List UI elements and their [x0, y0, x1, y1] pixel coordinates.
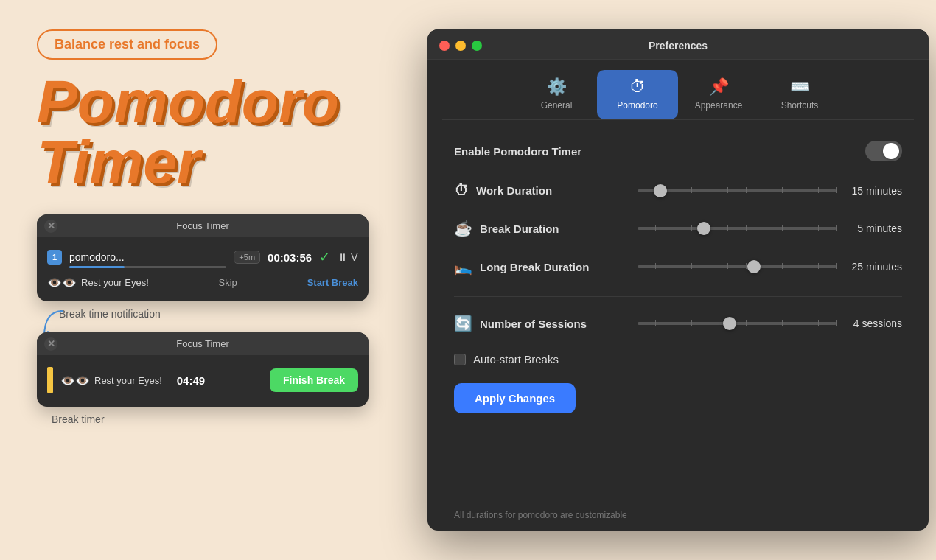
annotation-text-2: Break timer	[52, 413, 105, 425]
app-title: Pomodoro Timer	[37, 71, 376, 192]
prefs-footer: All durations for pomodoro are customiza…	[427, 504, 929, 531]
sessions-slider-container: 4 sessions	[587, 318, 902, 329]
tab-pomodoro[interactable]: ⏱ Pomodoro	[597, 70, 678, 119]
sessions-label: 🔄 Number of Sessions	[454, 315, 587, 332]
break-duration-slider[interactable]	[638, 227, 837, 230]
sessions-value: 4 sessions	[847, 318, 902, 329]
long-break-duration-row: 🛌 Long Break Duration 25 minutes	[454, 258, 902, 276]
finish-break-button[interactable]: Finish Break	[270, 368, 358, 392]
apply-changes-button[interactable]: Apply Changes	[454, 383, 576, 413]
work-duration-thumb[interactable]	[654, 184, 667, 197]
sessions-slider[interactable]	[638, 322, 837, 325]
sessions-row: 🔄 Number of Sessions 4 sessions	[454, 315, 902, 332]
check-icon: ✓	[319, 249, 330, 265]
break-label-2: 👁️👁️ Rest your Eyes!	[60, 374, 162, 388]
annotation-1: Break time notification	[52, 307, 376, 321]
general-tab-label: General	[541, 100, 573, 111]
mini-window-2-close-icon[interactable]: ✕	[44, 337, 57, 351]
break-label-text-2: Rest your Eyes!	[94, 375, 162, 386]
break-duration-icon: ☕	[454, 220, 472, 237]
mini-window-1: ✕ Focus Timer 1 pomodoro... +5m 00:03:56…	[37, 214, 369, 301]
start-break-button[interactable]: Start Break	[307, 277, 358, 288]
break-duration-row: ☕ Break Duration 5 minutes	[454, 220, 902, 237]
tab-shortcuts[interactable]: ⌨️ Shortcuts	[759, 70, 840, 119]
mini-window-1-title: Focus Timer	[176, 220, 229, 231]
traffic-light-green[interactable]	[472, 41, 482, 51]
appearance-tab-label: Appearance	[695, 100, 743, 111]
work-duration-text: Work Duration	[476, 184, 552, 197]
timer-row: 1 pomodoro... +5m 00:03:56 ✓ ⏸ ᐯ	[47, 245, 358, 270]
appearance-tab-icon: 📌	[709, 77, 729, 97]
break-label-text-1: Rest your Eyes!	[81, 277, 149, 288]
slider-ticks-long	[638, 265, 837, 268]
long-break-duration-slider[interactable]	[638, 265, 837, 268]
tagline-badge: Balance rest and focus	[37, 29, 217, 60]
skip-button[interactable]: Skip	[219, 277, 237, 288]
footer-note-text: All durations for pomodoro are customiza…	[454, 510, 627, 520]
traffic-light-yellow[interactable]	[455, 41, 466, 51]
traffic-light-red[interactable]	[439, 41, 450, 51]
auto-start-label: Auto-start Breaks	[473, 353, 559, 365]
break-notification-row: 👁️👁️ Rest your Eyes! Skip Start Break	[47, 270, 358, 293]
preferences-window: Preferences ⚙️ General ⏱ Pomodoro 📌 Appe…	[427, 29, 929, 531]
break-label-1: 👁️👁️ Rest your Eyes!	[47, 276, 149, 290]
pause-icon[interactable]: ⏸ ᐯ	[338, 251, 358, 263]
slider-ticks-work	[638, 189, 837, 192]
work-duration-row: ⏱ Work Duration 15 minutes	[454, 182, 902, 199]
enable-pomodoro-label: Enable Pomodoro Timer	[454, 145, 581, 158]
mini-window-1-close-icon[interactable]: ✕	[44, 220, 57, 233]
tab-general[interactable]: ⚙️ General	[516, 70, 597, 119]
work-duration-slider[interactable]	[638, 189, 837, 192]
title-line2: Timer	[37, 128, 200, 195]
left-panel: Balance rest and focus Pomodoro Timer ✕ …	[0, 0, 413, 560]
prefs-titlebar: Preferences	[427, 29, 929, 60]
long-break-icon: 🛌	[454, 258, 472, 276]
progress-bar-bg	[69, 266, 226, 268]
timer-progress-container: pomodoro...	[69, 251, 226, 264]
auto-start-checkbox[interactable]	[454, 354, 466, 365]
annotation-text-1: Break time notification	[59, 308, 161, 320]
break-time-display: 04:49	[177, 374, 205, 387]
section-divider	[454, 296, 902, 297]
sessions-thumb[interactable]	[723, 317, 736, 330]
traffic-lights	[439, 41, 482, 51]
work-duration-value: 15 minutes	[847, 185, 902, 197]
long-break-duration-value: 25 minutes	[847, 261, 902, 273]
break-duration-value: 5 minutes	[847, 223, 902, 234]
break-timer-row: 👁️👁️ Rest your Eyes! 04:49 Finish Break	[47, 363, 358, 398]
mini-window-2-body: 👁️👁️ Rest your Eyes! 04:49 Finish Break	[37, 355, 369, 407]
break-duration-thumb[interactable]	[697, 222, 710, 235]
toggle-knob	[883, 143, 899, 159]
eyes-icon-1: 👁️👁️	[47, 276, 77, 290]
yellow-indicator	[47, 367, 53, 393]
long-break-duration-thumb[interactable]	[747, 260, 761, 273]
work-duration-label: ⏱ Work Duration	[454, 182, 552, 199]
pomodoro-tab-icon: ⏱	[629, 77, 646, 97]
plus5-badge[interactable]: +5m	[234, 251, 260, 264]
prefs-tabs: ⚙️ General ⏱ Pomodoro 📌 Appearance ⌨️ Sh…	[427, 60, 929, 119]
long-break-duration-slider-container: 25 minutes	[589, 261, 902, 273]
tab-appearance[interactable]: 📌 Appearance	[678, 70, 759, 119]
slider-ticks-sessions	[638, 322, 837, 325]
shortcuts-tab-icon: ⌨️	[790, 77, 810, 97]
progress-bar-fill	[69, 266, 125, 268]
enable-pomodoro-toggle[interactable]	[865, 141, 902, 161]
enable-pomodoro-row: Enable Pomodoro Timer	[454, 141, 902, 161]
mini-window-2-titlebar: ✕ Focus Timer	[37, 332, 369, 355]
session-number: 1	[47, 250, 62, 265]
shortcuts-tab-label: Shortcuts	[781, 100, 819, 111]
mini-window-1-titlebar: ✕ Focus Timer	[37, 214, 369, 237]
break-duration-slider-container: 5 minutes	[559, 223, 902, 234]
break-duration-label: ☕ Break Duration	[454, 220, 559, 237]
tagline-text: Balance rest and focus	[55, 37, 200, 52]
general-tab-icon: ⚙️	[547, 77, 567, 97]
mini-window-1-body: 1 pomodoro... +5m 00:03:56 ✓ ⏸ ᐯ 👁️👁️ Re…	[37, 237, 369, 301]
task-name: pomodoro...	[69, 251, 125, 263]
slider-ticks-break	[638, 227, 837, 230]
title-line1: Pomodoro	[37, 68, 339, 135]
auto-start-row: Auto-start Breaks	[454, 353, 902, 365]
prefs-content: Enable Pomodoro Timer ⏱ Work Duration	[427, 120, 929, 504]
timer-time: 00:03:56	[268, 251, 312, 264]
sessions-text: Number of Sessions	[480, 318, 587, 330]
eyes-icon-2: 👁️👁️	[60, 374, 90, 388]
